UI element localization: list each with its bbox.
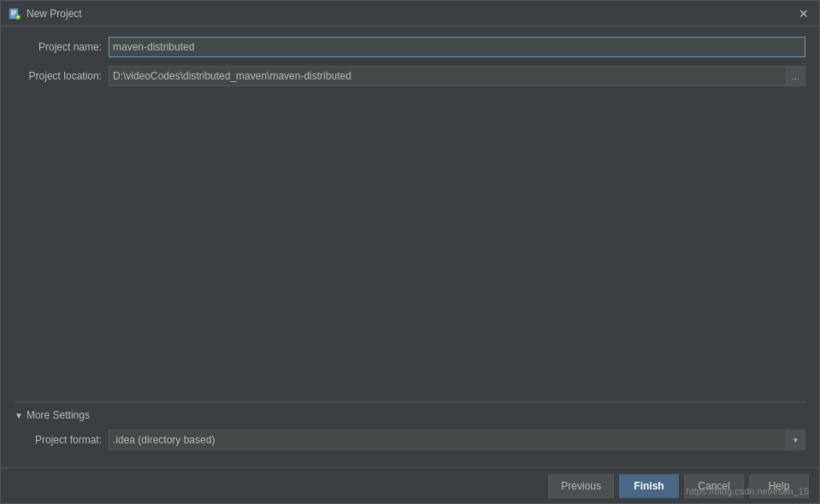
browse-button[interactable]: ... <box>787 66 805 86</box>
project-format-row: Project format: .idea (directory based) … <box>15 430 805 450</box>
more-settings-label: More Settings <box>27 409 90 421</box>
dialog-content: Project name: Project location: ... ▼ Mo… <box>1 26 819 467</box>
project-format-label: Project format: <box>15 434 109 446</box>
select-arrow-icon[interactable]: ▼ <box>787 430 805 450</box>
project-location-label: Project location: <box>15 70 109 82</box>
watermark: https://blog.csdn.net/eson_15 <box>686 486 809 496</box>
close-button[interactable]: ✕ <box>795 5 812 22</box>
project-format-field-group: .idea (directory based) ▼ <box>109 430 805 450</box>
project-name-label: Project name: <box>15 41 109 53</box>
project-name-input[interactable] <box>109 37 805 57</box>
dialog-footer: Previous Finish Cancel Help <box>1 467 819 503</box>
title-bar: New Project ✕ <box>1 1 819 26</box>
previous-button[interactable]: Previous <box>548 474 614 498</box>
dialog-title: New Project <box>27 8 795 20</box>
content-spacer <box>15 95 805 401</box>
project-location-row: Project location: ... <box>15 66 805 86</box>
new-project-icon <box>8 7 21 21</box>
more-settings-toggle[interactable]: ▼ More Settings <box>15 409 805 421</box>
project-name-row: Project name: <box>15 37 805 57</box>
project-location-input[interactable] <box>109 66 787 86</box>
project-format-select[interactable]: .idea (directory based) <box>109 430 787 450</box>
dialog-window: New Project ✕ Project name: Project loca… <box>0 0 820 504</box>
triangle-down-icon: ▼ <box>15 411 23 420</box>
more-settings-section: ▼ More Settings Project format: .idea (d… <box>15 401 805 450</box>
project-location-field-group: ... <box>109 66 805 86</box>
finish-button[interactable]: Finish <box>619 474 679 498</box>
